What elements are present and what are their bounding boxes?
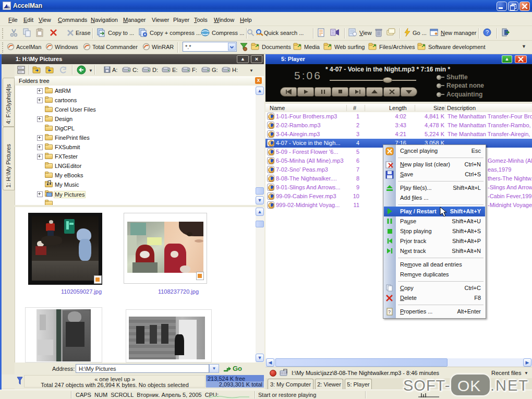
- svg-text:?: ?: [486, 29, 489, 35]
- svg-text:?: ?: [388, 309, 391, 315]
